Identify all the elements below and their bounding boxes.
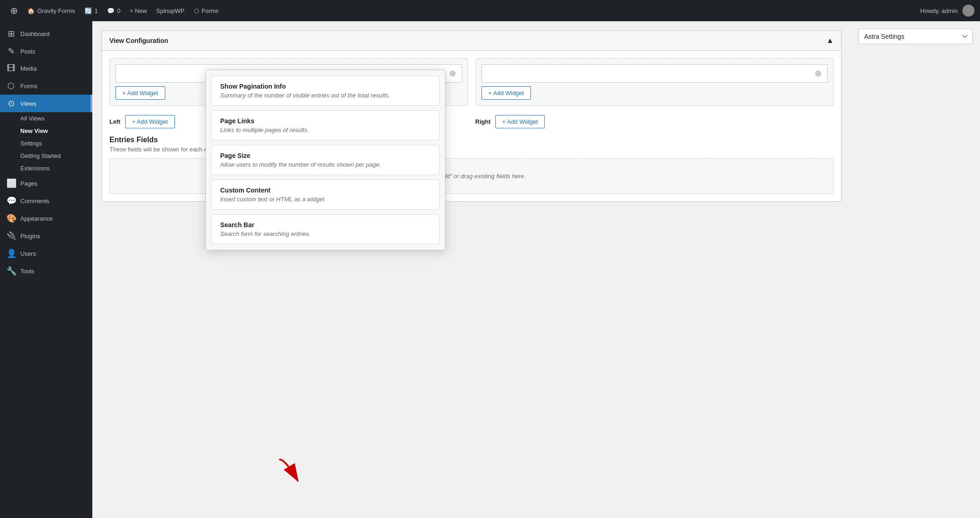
tools-icon: 🔧 xyxy=(6,266,16,276)
dashboard-icon: ⊞ xyxy=(6,29,16,39)
view-config-title: View Configuration xyxy=(109,37,168,44)
avatar[interactable] xyxy=(962,5,974,17)
sidebar-item-forms[interactable]: ⬡Forms xyxy=(0,77,92,95)
right-sidebar: Astra Settings xyxy=(851,21,980,518)
submenu-item-new-view[interactable]: New View xyxy=(0,125,92,137)
adminbar-right: Howdy, admin xyxy=(920,5,974,17)
home-icon: 🏠 xyxy=(27,7,35,14)
forms-icon: ⬡ xyxy=(194,7,199,14)
widget-item-right: ⊗ xyxy=(481,64,828,83)
sidebar-item-dashboard[interactable]: ⊞Dashboard xyxy=(0,25,92,42)
chooser-item-desc-2: Allow users to modify the number of resu… xyxy=(220,161,431,168)
sidebar-item-views[interactable]: ⊙Views xyxy=(0,95,92,112)
add-widget-bottom-left[interactable]: + Add Widget xyxy=(125,115,175,128)
comments-item[interactable]: 💬 0 xyxy=(102,0,125,21)
forms-item[interactable]: ⬡ Forms xyxy=(189,0,223,21)
right-zone-label: Right xyxy=(475,118,491,125)
add-widget-left-button[interactable]: + Add Widget xyxy=(115,86,165,100)
widget-zone-right: ⊗ + Add Widget xyxy=(475,58,834,106)
sidebar-item-pages[interactable]: ⬜Pages xyxy=(0,175,92,192)
forms-icon: ⬡ xyxy=(6,81,16,91)
sidebar-item-media[interactable]: 🎞Media xyxy=(0,60,92,77)
chooser-item-title-4: Search Bar xyxy=(220,221,431,229)
chooser-item-desc-3: Insert custom text or HTML as a widget xyxy=(220,196,431,203)
submenu-item-settings[interactable]: Settings xyxy=(0,137,92,150)
chooser-item-2[interactable]: Page Size Allow users to modify the numb… xyxy=(211,145,439,175)
spinupwp-item[interactable]: SpinupWP xyxy=(151,0,189,21)
left-zone-label: Left xyxy=(109,118,120,125)
users-icon: 👤 xyxy=(6,248,16,259)
posts-icon: ✎ xyxy=(6,46,16,56)
sidebar-item-tools[interactable]: 🔧Tools xyxy=(0,262,92,280)
media-icon: 🎞 xyxy=(6,64,16,73)
chooser-item-title-2: Page Size xyxy=(220,152,431,159)
views-icon: ⊙ xyxy=(6,98,16,108)
red-arrow-indicator xyxy=(275,455,312,489)
updates-item[interactable]: 🔄 1 xyxy=(80,0,102,21)
collapse-icon[interactable]: ▲ xyxy=(826,36,834,45)
chooser-item-title-0: Show Pagination Info xyxy=(220,83,431,90)
widget-chooser: Show Pagination Info Summary of the numb… xyxy=(205,70,445,250)
new-item[interactable]: + New xyxy=(125,0,151,21)
widget-remove-icon[interactable]: ⊗ xyxy=(449,68,456,78)
sidebar-item-users[interactable]: 👤Users xyxy=(0,245,92,262)
submenu-item-all-views[interactable]: All Views xyxy=(0,112,92,125)
sidebar-item-posts[interactable]: ✎Posts xyxy=(0,42,92,60)
wp-logo[interactable]: ⊕ xyxy=(6,0,23,21)
admin-menu: ⊞Dashboard✎Posts🎞Media⬡Forms⊙ViewsAll Vi… xyxy=(0,21,92,518)
chooser-item-4[interactable]: Search Bar Search form for searching ent… xyxy=(211,214,439,244)
site-name[interactable]: 🏠 Gravity Forms xyxy=(23,0,80,21)
add-widget-right-button[interactable]: + Add Widget xyxy=(481,86,531,100)
chooser-item-desc-1: Links to multiple pages of results. xyxy=(220,126,431,133)
chooser-item-desc-0: Summary of the number of visible entries… xyxy=(220,92,431,99)
admin-bar: ⊕ 🏠 Gravity Forms 🔄 1 💬 0 + New SpinupWP… xyxy=(0,0,980,21)
updates-icon: 🔄 xyxy=(84,7,92,14)
widget-remove-right-icon[interactable]: ⊗ xyxy=(815,68,822,78)
appearance-icon: 🎨 xyxy=(6,213,16,223)
astra-settings-select[interactable]: Astra Settings xyxy=(858,29,973,44)
add-widget-bottom-right[interactable]: + Add Widget xyxy=(495,115,545,128)
pages-icon: ⬜ xyxy=(6,178,16,188)
chooser-item-3[interactable]: Custom Content Insert custom text or HTM… xyxy=(211,180,439,210)
submenu-item-getting-started[interactable]: Getting Started xyxy=(0,150,92,162)
chooser-item-1[interactable]: Page Links Links to multiple pages of re… xyxy=(211,110,439,140)
chooser-item-title-1: Page Links xyxy=(220,117,431,125)
comments-icon: 💬 xyxy=(107,7,114,14)
sidebar-item-comments[interactable]: 💬Comments xyxy=(0,192,92,210)
comments-icon: 💬 xyxy=(6,196,16,206)
view-config-header: View Configuration ▲ xyxy=(102,31,841,51)
sidebar-item-appearance[interactable]: 🎨Appearance xyxy=(0,210,92,227)
plugins-icon: 🔌 xyxy=(6,231,16,241)
sidebar-item-plugins[interactable]: 🔌Plugins xyxy=(0,227,92,245)
chooser-item-title-3: Custom Content xyxy=(220,187,431,194)
submenu-item-extensions[interactable]: Extensions xyxy=(0,162,92,175)
main-content: View Configuration ▲ ⊗ + Add Widget xyxy=(92,21,851,518)
chooser-item-desc-4: Search form for searching entries. xyxy=(220,230,431,237)
chooser-item-0[interactable]: Show Pagination Info Summary of the numb… xyxy=(211,76,439,106)
